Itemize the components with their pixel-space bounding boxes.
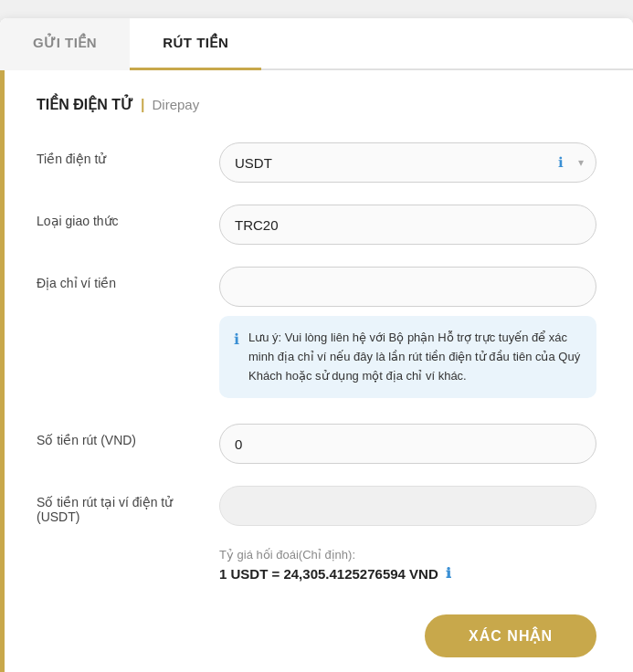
protocol-row: Loại giao thức TRC20 ERC20 BEP20 [37,205,596,245]
currency-row: Tiền điện tử USDT BTC ETH ℹ ▾ [37,142,596,183]
amount-row: Số tiền rút (VND) [37,424,596,464]
exchange-rate-section: Tỷ giá hối đoái(Chỉ định): 1 USDT = 24,3… [219,548,596,582]
notice-info-icon: ℹ [234,331,239,348]
tabs-bar: GỬI TIỀN RÚT TIỀN [0,18,633,70]
confirm-button[interactable]: XÁC NHẬN [425,614,596,657]
usdt-control [219,486,596,526]
section-title: TIỀN ĐIỆN TỬ | Direpay [37,96,596,113]
wallet-label: Địa chỉ ví tiền [37,267,219,290]
amount-control [219,424,596,464]
confirm-row: XÁC NHẬN [37,614,596,657]
exchange-info-icon[interactable]: ℹ [446,565,451,582]
usdt-row: Số tiền rút tại ví điện tử (USDT) [37,486,596,526]
usdt-label: Số tiền rút tại ví điện tử (USDT) [37,486,219,524]
section-title-text: TIỀN ĐIỆN TỬ [37,96,133,113]
protocol-select[interactable]: TRC20 ERC20 BEP20 [219,205,596,245]
amount-input[interactable] [219,424,596,464]
amount-label: Số tiền rút (VND) [37,424,219,447]
wallet-row: Địa chỉ ví tiền ℹ Lưu ý: Vui lòng liên h… [37,267,596,402]
section-subtitle: Direpay [152,97,199,112]
protocol-control: TRC20 ERC20 BEP20 [219,205,596,245]
usdt-readonly-field [219,486,596,526]
currency-chevron-icon[interactable]: ▾ [578,156,584,169]
tab-rut-tien[interactable]: RÚT TIỀN [130,18,261,70]
currency-control: USDT BTC ETH ℹ ▾ [219,142,596,183]
exchange-rate-text: 1 USDT = 24,305.4125276594 VND [219,566,438,582]
currency-info-button[interactable]: ℹ [558,154,564,171]
tab-gui-tien[interactable]: GỬI TIỀN [0,18,130,70]
wallet-control: ℹ Lưu ý: Vui lòng liên hệ với Bộ phận Hỗ… [219,267,596,402]
protocol-select-wrapper: TRC20 ERC20 BEP20 [219,205,596,245]
exchange-rate-value: 1 USDT = 24,305.4125276594 VND ℹ [219,565,596,582]
notice-text: Lưu ý: Vui lòng liên hệ với Bộ phận Hỗ t… [248,329,582,385]
currency-label: Tiền điện tử [37,142,219,166]
exchange-rate-label: Tỷ giá hối đoái(Chỉ định): [219,548,596,562]
currency-select[interactable]: USDT BTC ETH [219,142,596,183]
protocol-label: Loại giao thức [37,205,219,228]
content-area: TIỀN ĐIỆN TỬ | Direpay Tiền điện tử USDT… [0,70,633,672]
wallet-notice-box: ℹ Lưu ý: Vui lòng liên hệ với Bộ phận Hỗ… [219,316,596,398]
wallet-input[interactable] [219,267,596,307]
currency-select-wrapper: USDT BTC ETH ℹ ▾ [219,142,596,183]
left-accent-bar [0,70,5,672]
section-title-divider: | [141,97,144,113]
